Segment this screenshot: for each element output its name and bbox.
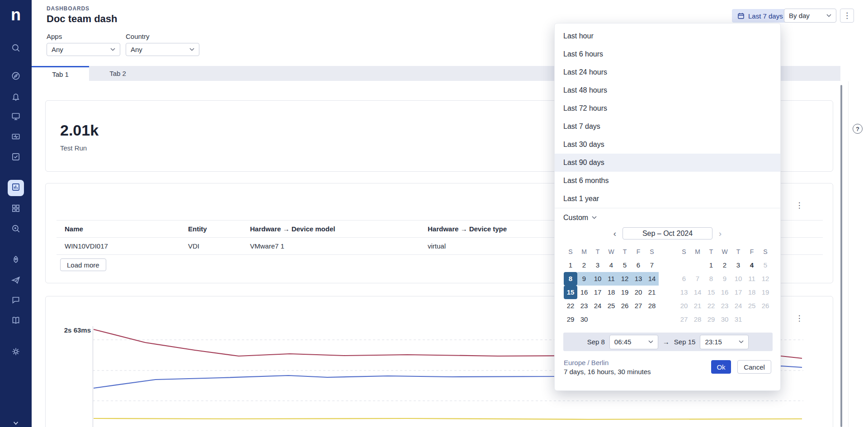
sidebar-item-search[interactable] [11, 43, 21, 53]
time-range-button[interactable]: Last 7 days [732, 9, 788, 23]
calendar-day[interactable]: 1 [564, 258, 577, 272]
calendar-day: 11 [745, 272, 759, 286]
cancel-button[interactable]: Cancel [737, 360, 771, 374]
month-range-label[interactable]: Sep – Oct 2024 [623, 227, 712, 239]
sidebar-item-explore[interactable] [11, 71, 21, 81]
calendar-day[interactable]: 10 [591, 272, 604, 286]
sidebar-item-docs[interactable] [11, 315, 21, 325]
calendar-day[interactable]: 30 [577, 313, 591, 326]
granularity-select[interactable]: By day [784, 9, 836, 23]
start-time-select[interactable]: 06:45 [609, 335, 658, 349]
preset-last-6-hours[interactable]: Last 6 hours [555, 45, 780, 63]
calendar-day[interactable]: 12 [618, 272, 632, 286]
help-button[interactable]: ? [853, 124, 863, 134]
calendar-day[interactable]: 9 [577, 272, 591, 286]
calendar-day[interactable]: 4 [745, 258, 759, 272]
calendar-day[interactable]: 14 [645, 272, 659, 286]
preset-last-30-days[interactable]: Last 30 days [555, 136, 780, 154]
calendar-day[interactable]: 24 [591, 299, 604, 313]
country-filter-select[interactable]: Any [126, 43, 199, 56]
ok-button[interactable]: Ok [711, 360, 731, 374]
sidebar-item-launch[interactable] [11, 255, 21, 265]
preset-last-90-days[interactable]: Last 90 days [555, 154, 780, 172]
calendar-day[interactable]: 19 [618, 286, 632, 299]
kpi-label: Test Run [60, 144, 87, 152]
calendar-day[interactable]: 1 [704, 258, 718, 272]
preset-last-24-hours[interactable]: Last 24 hours [555, 63, 780, 81]
preset-last-7-days[interactable]: Last 7 days [555, 117, 780, 136]
calendar-day[interactable]: 3 [731, 258, 745, 272]
preset-last-6-months[interactable]: Last 6 months [555, 172, 780, 190]
calendar-day[interactable]: 4 [604, 258, 618, 272]
calendar-day: 28 [691, 313, 704, 326]
sidebar-item-tasks[interactable] [11, 152, 21, 162]
calendar-day: 22 [704, 299, 718, 313]
calendar-day[interactable]: 2 [718, 258, 731, 272]
calendar-day: 19 [759, 286, 772, 299]
sidebar-item-library[interactable] [11, 203, 21, 213]
sidebar-collapse-button[interactable] [11, 418, 21, 427]
table-cell: VDI [188, 242, 250, 250]
calendar-day: 30 [718, 313, 731, 326]
sidebar-item-settings[interactable] [11, 347, 21, 357]
sidebar-item-alerts[interactable] [11, 91, 21, 101]
calendar-day[interactable]: 2 [577, 258, 591, 272]
calendar-day[interactable]: 7 [645, 258, 659, 272]
preset-last-hour[interactable]: Last hour [555, 27, 780, 45]
sidebar-item-investigations[interactable] [11, 224, 21, 234]
calendar-day[interactable]: 27 [632, 299, 645, 313]
calendar-day[interactable]: 11 [604, 272, 618, 286]
time-range-picker-panel: Last hourLast 6 hoursLast 24 hoursLast 4… [554, 23, 781, 391]
calendar-day[interactable]: 17 [591, 286, 604, 299]
calendar-day[interactable]: 3 [591, 258, 604, 272]
calendar-day[interactable]: 13 [632, 272, 645, 286]
calendar-day[interactable]: 22 [564, 299, 577, 313]
table-card-menu-button[interactable]: ⋮ [794, 200, 805, 211]
tab-2[interactable]: Tab 2 [89, 66, 146, 81]
sidebar-item-campaigns[interactable] [11, 275, 21, 285]
calendar-day[interactable]: 20 [632, 286, 645, 299]
tab-1[interactable]: Tab 1 [32, 66, 89, 81]
custom-range-toggle[interactable]: Custom [555, 208, 780, 227]
calendar-day[interactable]: 28 [645, 299, 659, 313]
calendar-day[interactable]: 29 [564, 313, 577, 326]
prev-month-button[interactable]: ‹ [609, 228, 621, 239]
sidebar-item-devices[interactable] [11, 111, 21, 121]
calendar-day[interactable]: 16 [577, 286, 591, 299]
calendar-day-header: S [677, 245, 691, 258]
chart-card-menu-button[interactable]: ⋮ [794, 313, 805, 324]
calendar-day[interactable]: 6 [632, 258, 645, 272]
calendar-nav: ‹ Sep – Oct 2024 › [555, 227, 780, 239]
calendar-day[interactable]: 23 [577, 299, 591, 313]
calendar-day[interactable]: 26 [618, 299, 632, 313]
next-month-button[interactable]: › [714, 228, 726, 239]
end-time-value: 23:15 [705, 338, 722, 346]
end-time-select[interactable]: 23:15 [700, 335, 749, 349]
table-cell: WIN10VDI017 [65, 242, 188, 250]
filter-label-apps: Apps [47, 33, 62, 40]
calendar-day: 20 [677, 299, 691, 313]
sidebar-item-engage[interactable] [11, 295, 21, 305]
duration-label: 7 days, 16 hours, 30 minutes [564, 368, 651, 375]
calendar-day: 17 [731, 286, 745, 299]
calendar-day[interactable]: 8 [564, 272, 577, 286]
calendar-day[interactable]: 18 [604, 286, 618, 299]
calendar-day[interactable]: 21 [645, 286, 659, 299]
calendar-day[interactable]: 5 [618, 258, 632, 272]
chevron-down-icon [826, 14, 831, 17]
apps-filter-select[interactable]: Any [47, 43, 120, 56]
calendar-day[interactable]: 25 [604, 299, 618, 313]
sidebar-item-sessions[interactable] [11, 132, 21, 142]
calendar-day: 15 [704, 286, 718, 299]
preset-last-1-year[interactable]: Last 1 year [555, 190, 780, 208]
sidebar-item-dashboards[interactable] [8, 180, 24, 196]
sidebar: n [0, 0, 32, 427]
monitor-icon [11, 111, 21, 121]
calendar-day[interactable]: 15 [564, 286, 577, 299]
preset-last-48-hours[interactable]: Last 48 hours [555, 81, 780, 99]
calendar-day-header: T [591, 245, 604, 258]
vertical-scrollbar[interactable] [840, 85, 842, 427]
load-more-button[interactable]: Load more [60, 258, 106, 271]
dashboard-menu-button[interactable]: ⋮ [840, 9, 854, 23]
preset-last-72-hours[interactable]: Last 72 hours [555, 99, 780, 117]
